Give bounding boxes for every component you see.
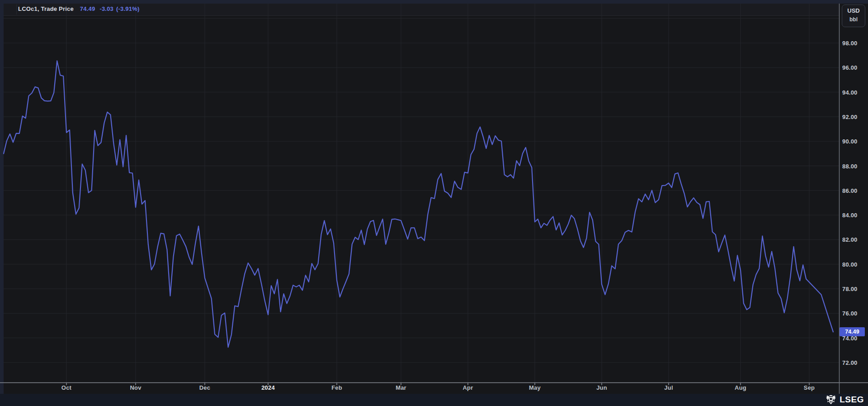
- y-axis-label: 96.00: [842, 64, 866, 71]
- x-axis-month-label: Aug: [735, 384, 746, 391]
- bottom-status-bar: LSEG: [0, 394, 868, 406]
- y-axis-label: 74.00: [842, 334, 866, 341]
- title-cell-divider: [16, 5, 17, 14]
- y-axis-label: 80.00: [842, 261, 866, 267]
- last-price: 74.49: [80, 5, 95, 12]
- y-axis-label: 72.00: [842, 359, 866, 366]
- x-axis-month-label: May: [529, 384, 541, 391]
- x-axis-month-label: Sep: [804, 384, 815, 391]
- price-change-percent: (-3.91%): [116, 5, 139, 12]
- y-axis-label: 90.00: [842, 138, 866, 145]
- chart-window: LCOc1, Trade Price74.49-3.03(-3.91%) USD…: [0, 0, 868, 406]
- price-change: -3.03: [99, 5, 113, 12]
- x-axis-month-label: Jul: [664, 384, 673, 391]
- y-axis-label: 86.00: [842, 187, 866, 194]
- lseg-logo: LSEG: [825, 395, 864, 405]
- y-axis-label: 98.00: [842, 40, 866, 47]
- y-axis-label: 78.00: [842, 286, 866, 292]
- x-axis-year-label: 2024: [261, 384, 275, 391]
- lseg-logo-text: LSEG: [840, 395, 864, 405]
- time-axis[interactable]: [4, 382, 839, 394]
- x-axis-month-label: Dec: [199, 384, 210, 391]
- lseg-crest-icon: [825, 395, 837, 405]
- x-axis-month-label: Feb: [331, 384, 342, 391]
- x-axis-month-label: Mar: [396, 384, 406, 391]
- x-axis-month-label: Jun: [596, 384, 607, 391]
- y-axis-label: 88.00: [842, 162, 866, 169]
- chart-plot-area[interactable]: [4, 4, 868, 394]
- x-axis-month-label: Nov: [130, 384, 141, 391]
- instrument-title: LCOc1, Trade Price: [18, 5, 74, 12]
- y-axis-label: 76.00: [842, 310, 866, 317]
- x-axis-month-label: Apr: [463, 384, 473, 391]
- instrument-legend[interactable]: LCOc1, Trade Price74.49-3.03(-3.91%): [18, 5, 139, 12]
- y-axis-label: 84.00: [842, 212, 866, 219]
- y-axis-label: 92.00: [842, 113, 866, 120]
- y-axis-label: 82.00: [842, 236, 866, 243]
- y-axis-label: 94.00: [842, 89, 866, 96]
- x-axis-month-label: Oct: [61, 384, 71, 391]
